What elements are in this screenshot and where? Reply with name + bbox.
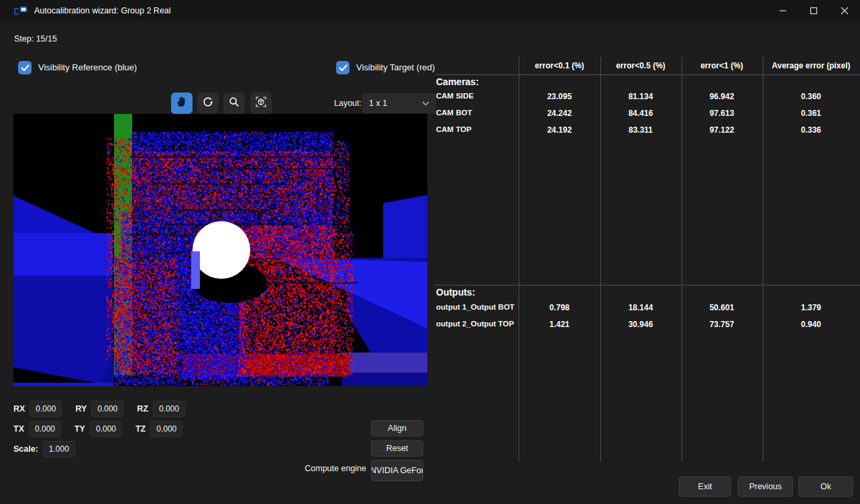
table-header-cell: Average error (pixel) — [772, 61, 851, 70]
table-value-cell: 30.946 — [629, 320, 653, 329]
table-row-label: CAM TOP — [436, 125, 472, 133]
translation-input-tx[interactable]: 0.000 — [29, 421, 61, 437]
previous-button[interactable]: Previous — [738, 477, 793, 497]
layout-label: Layout: — [334, 99, 362, 108]
app-logo-icon — [13, 5, 28, 16]
compute-engine-select[interactable]: NVIDIA GeFor — [371, 460, 423, 481]
visibility-reference-label: Visibility Reference (blue) — [38, 61, 137, 74]
rotation-input-rz[interactable]: 0.000 — [153, 401, 185, 417]
table-section-title: Outputs: — [436, 287, 475, 298]
table-value-cell: 83.311 — [629, 125, 653, 135]
table-header-cell: error<0.5 (%) — [616, 61, 665, 70]
translation-input-ty[interactable]: 0.000 — [90, 421, 122, 437]
rotate-tool-button[interactable] — [197, 92, 219, 114]
maximize-button[interactable] — [798, 0, 829, 21]
step-indicator: Step: 15/15 — [14, 34, 57, 44]
table-row-label: CAM SIDE — [436, 92, 474, 100]
table-value-cell: 0.361 — [801, 109, 821, 118]
table-column-divider — [682, 57, 682, 462]
table-value-cell: 84.416 — [629, 109, 653, 118]
rotation-label: RY — [75, 404, 87, 414]
autocalibration-wizard-window: Autocalibration wizard: Group 2 Real Ste… — [0, 0, 860, 504]
hand-icon — [174, 94, 189, 112]
cube-focus-icon — [254, 94, 268, 112]
table-value-cell: 97.613 — [710, 109, 735, 118]
table-value-cell: 1.379 — [801, 303, 821, 312]
exit-button[interactable]: Exit — [679, 477, 731, 497]
visibility-reference-checkbox[interactable] — [18, 61, 32, 74]
magnifier-icon — [227, 94, 241, 112]
reset-button[interactable]: Reset — [371, 440, 423, 456]
table-value-cell: 0.940 — [801, 320, 821, 329]
table-header-divider — [435, 74, 860, 75]
visibility-target-row: Visibility Target (red) — [336, 61, 435, 74]
pan-tool-button[interactable] — [171, 92, 193, 114]
table-value-cell: 50.601 — [710, 303, 735, 312]
table-row-label: CAM BOT — [436, 109, 472, 117]
rotate-icon — [201, 94, 215, 112]
rotation-input-rx[interactable]: 0.000 — [30, 401, 62, 417]
layout-dropdown[interactable]: 1 x 1 — [362, 93, 436, 113]
table-value-cell: 81.134 — [629, 92, 653, 101]
translation-row: TX0.000TY0.000TZ0.000 — [13, 421, 196, 437]
frame-object-tool-button[interactable] — [250, 92, 272, 114]
visibility-target-checkbox[interactable] — [336, 61, 350, 74]
compute-engine-label: Compute engine — [282, 464, 366, 473]
table-value-cell: 73.757 — [710, 320, 735, 329]
scale-input-scale[interactable]: 1.000 — [43, 441, 75, 457]
translation-input-tz[interactable]: 0.000 — [150, 421, 182, 437]
title-bar: Autocalibration wizard: Group 2 Real — [0, 0, 860, 21]
table-value-cell: 0.798 — [549, 303, 570, 312]
table-row-label: output 2_Output TOP — [436, 320, 514, 328]
window-title: Autocalibration wizard: Group 2 Real — [34, 6, 171, 15]
table-section-title: Cameras: — [436, 76, 479, 87]
rotation-label: RZ — [137, 404, 148, 414]
close-button[interactable] — [829, 0, 860, 21]
table-value-cell: 97.122 — [710, 125, 735, 135]
zoom-tool-button[interactable] — [223, 92, 245, 114]
translation-label: TZ — [136, 424, 146, 434]
translation-label: TY — [74, 424, 85, 434]
align-button[interactable]: Align — [371, 420, 423, 436]
table-value-cell: 1.421 — [549, 320, 570, 329]
chevron-down-icon — [422, 99, 429, 108]
table-column-divider — [763, 57, 763, 462]
visibility-reference-row: Visibility Reference (blue) — [18, 61, 137, 74]
layout-value: 1 x 1 — [369, 99, 387, 108]
table-value-cell: 24.242 — [547, 109, 572, 118]
results-table: error<0.1 (%)error<0.5 (%)error<1 (%)Ave… — [435, 57, 860, 466]
table-section-divider — [435, 285, 860, 286]
rotation-input-ry[interactable]: 0.000 — [91, 401, 123, 417]
translation-label: TX — [13, 424, 24, 434]
table-column-divider — [600, 57, 601, 462]
table-value-cell: 0.336 — [801, 125, 821, 135]
table-header-cell: error<1 (%) — [700, 61, 743, 70]
pointcloud-3d-viewport[interactable] — [13, 114, 427, 386]
table-row-label: output 1_Output BOT — [436, 303, 515, 311]
table-value-cell: 23.095 — [547, 92, 572, 101]
table-value-cell: 96.942 — [710, 92, 735, 101]
scale-label: Scale: — [13, 444, 38, 454]
rotation-label: RX — [13, 404, 25, 414]
visibility-target-label: Visibility Target (red) — [356, 61, 435, 74]
table-value-cell: 0.360 — [801, 92, 821, 101]
minimize-button[interactable] — [767, 0, 798, 21]
table-value-cell: 24.192 — [547, 125, 572, 135]
rotation-row: RX0.000RY0.000RZ0.000 — [13, 401, 199, 417]
ok-button[interactable]: Ok — [798, 477, 853, 497]
table-header-cell: error<0.1 (%) — [535, 61, 584, 70]
scale-row: Scale:1.000 — [13, 441, 89, 457]
table-value-cell: 18.144 — [629, 303, 653, 312]
table-column-divider — [519, 57, 519, 462]
